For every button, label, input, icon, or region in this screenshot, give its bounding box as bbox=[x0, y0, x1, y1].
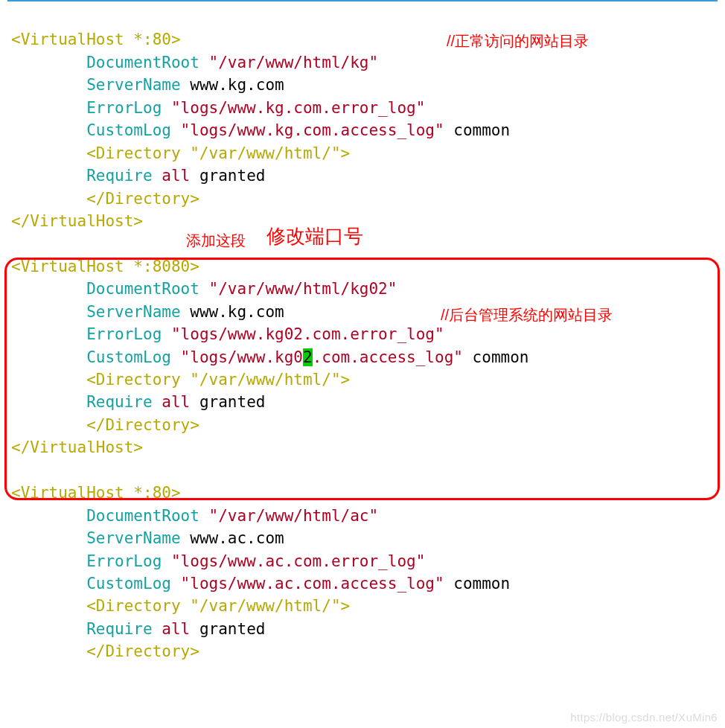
watermark: https://blog.csdn.net/XuMin6 bbox=[570, 711, 718, 724]
customlog-val-b: .com.access_log" bbox=[313, 348, 463, 366]
require-key: Require bbox=[86, 167, 153, 185]
documentroot-val: "/var/www/html/kg02" bbox=[209, 280, 397, 298]
require-key: Require bbox=[86, 620, 153, 638]
errorlog-key: ErrorLog bbox=[86, 552, 162, 570]
errorlog-val: "logs/www.kg.com.error_log" bbox=[171, 99, 425, 117]
vhost-close-2: </VirtualHost> bbox=[11, 438, 143, 456]
servername-val: www.kg.com bbox=[190, 303, 284, 321]
top-border bbox=[7, 0, 718, 1]
documentroot-key: DocumentRoot bbox=[86, 280, 199, 298]
require-key: Require bbox=[86, 393, 153, 411]
servername-key: ServerName bbox=[86, 529, 180, 547]
servername-val: www.kg.com bbox=[190, 76, 284, 94]
require-kw: all bbox=[162, 620, 190, 638]
customlog-val: "logs/www.ac.com.access_log" bbox=[181, 575, 444, 593]
servername-key: ServerName bbox=[86, 76, 180, 94]
errorlog-key: ErrorLog bbox=[86, 325, 162, 343]
errorlog-val: "logs/www.kg02.com.error_log" bbox=[171, 325, 444, 343]
code-block: <VirtualHost *:80> DocumentRoot "/var/ww… bbox=[11, 6, 528, 663]
require-val: granted bbox=[199, 620, 266, 638]
customlog-tail: common bbox=[453, 121, 510, 139]
errorlog-val: "logs/www.ac.com.error_log" bbox=[171, 552, 425, 570]
documentroot-val: "/var/www/html/kg" bbox=[209, 54, 379, 71]
directory-open: <Directory "/var/www/html/"> bbox=[86, 371, 350, 389]
directory-open: <Directory "/var/www/html/"> bbox=[86, 144, 350, 162]
customlog-tail: common bbox=[453, 575, 510, 593]
errorlog-key: ErrorLog bbox=[86, 99, 162, 117]
customlog-tail: common bbox=[473, 348, 529, 366]
require-kw: all bbox=[162, 167, 190, 185]
customlog-key: CustomLog bbox=[86, 348, 171, 366]
annotation-normal-site: //正常访问的网站目录 bbox=[447, 31, 589, 51]
customlog-key: CustomLog bbox=[86, 121, 171, 139]
vhost-open-1: <VirtualHost *:80> bbox=[11, 31, 181, 48]
vhost-close-1: </VirtualHost> bbox=[11, 212, 143, 230]
annotation-add-segment: 添加这段 bbox=[186, 231, 246, 251]
require-val: granted bbox=[199, 393, 266, 411]
cursor-char: 2 bbox=[303, 348, 313, 366]
directory-close: </Directory> bbox=[86, 642, 199, 660]
require-kw: all bbox=[162, 393, 190, 411]
vhost-open-2: <VirtualHost *:8080> bbox=[11, 258, 199, 275]
directory-close: </Directory> bbox=[86, 416, 199, 434]
require-val: granted bbox=[199, 167, 266, 185]
documentroot-key: DocumentRoot bbox=[86, 507, 199, 525]
vhost-open-3: <VirtualHost *:80> bbox=[11, 484, 181, 502]
documentroot-key: DocumentRoot bbox=[86, 54, 199, 71]
customlog-val-a: "logs/www.kg0 bbox=[181, 348, 303, 366]
annotation-change-port: 修改端口号 bbox=[266, 223, 363, 249]
customlog-key: CustomLog bbox=[86, 575, 171, 593]
customlog-val: "logs/www.kg.com.access_log" bbox=[181, 121, 444, 139]
servername-key: ServerName bbox=[86, 303, 180, 321]
annotation-admin-site: //后台管理系统的网站目录 bbox=[441, 305, 613, 325]
directory-close: </Directory> bbox=[86, 190, 199, 208]
directory-open: <Directory "/var/www/html/"> bbox=[86, 597, 350, 615]
documentroot-val: "/var/www/html/ac" bbox=[209, 507, 379, 525]
servername-val: www.ac.com bbox=[190, 529, 284, 547]
